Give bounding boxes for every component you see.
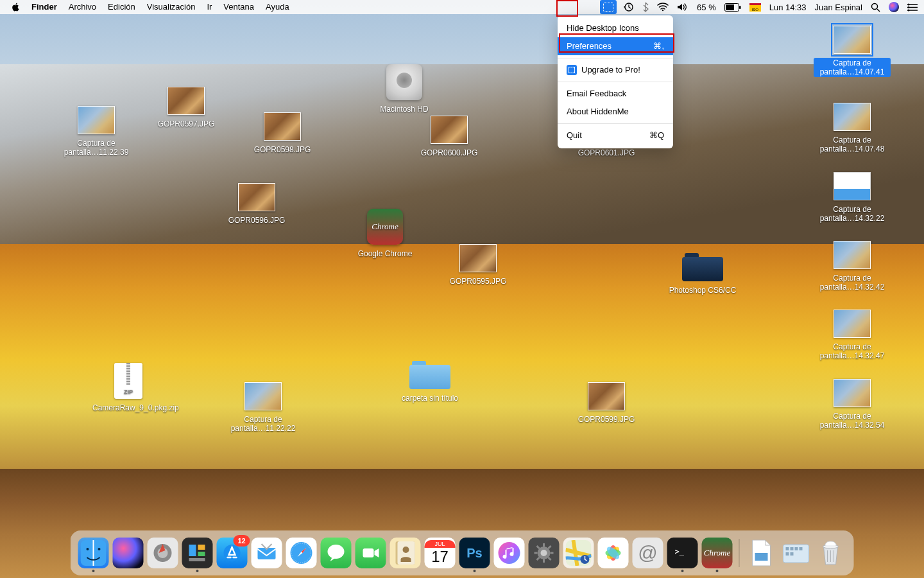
file-captura-140748[interactable]: Captura de pantalla…14.07.48 <box>814 103 891 154</box>
icon-label: Captura de pantalla…14.32.54 <box>814 411 891 430</box>
pro-icon <box>567 65 577 75</box>
dock-photos[interactable] <box>598 538 629 568</box>
dock-launchpad[interactable] <box>148 538 178 568</box>
screenshot-thumb-icon <box>834 241 871 269</box>
svg-point-15 <box>98 548 101 550</box>
dock-contacts[interactable] <box>390 538 421 568</box>
icon-label: GOPR0595.JPG <box>447 276 509 286</box>
dock-mail[interactable] <box>252 538 282 568</box>
svg-text:>_: >_ <box>675 547 685 556</box>
svg-point-26 <box>328 545 345 559</box>
file-gopr0595[interactable]: GOPR0595.JPG <box>440 244 517 286</box>
app-google-chrome[interactable]: ChromeGoogle Chrome <box>346 209 424 259</box>
dock-at-app[interactable]: @ <box>633 538 663 568</box>
dock-system-preferences[interactable] <box>529 538 560 568</box>
icon-label: Captura de pantalla…14.32.22 <box>814 204 891 223</box>
file-captura-112239[interactable]: Captura de pantalla…11.22.39 <box>58 106 135 157</box>
dock-messages[interactable] <box>321 538 352 568</box>
menu-separator <box>558 58 673 58</box>
timemachine-icon[interactable] <box>622 0 635 14</box>
file-captura-143254[interactable]: Captura de pantalla…14.32.54 <box>814 379 891 430</box>
menu-email-feedback[interactable]: Email Feedback <box>558 85 673 103</box>
folder-photoshop[interactable]: Photoshop CS6/CC <box>664 250 741 295</box>
svg-rect-3 <box>726 4 734 10</box>
icon-label: Captura de pantalla…14.32.42 <box>814 273 891 292</box>
hiddenme-dropdown: Hide Desktop Icons Preferences ⌘, Upgrad… <box>558 15 673 148</box>
menu-ayuda[interactable]: Ayuda <box>260 0 295 14</box>
photo-thumb-icon <box>167 87 205 115</box>
menu-quit[interactable]: Quit ⌘Q <box>558 127 673 144</box>
desktop[interactable]: Finder Archivo Edición Visualización Ir … <box>0 0 924 578</box>
svg-point-5 <box>872 3 878 9</box>
dock-appstore[interactable]: 12 <box>217 538 248 568</box>
siri-orb-icon <box>889 2 899 12</box>
photo-thumb-icon <box>264 112 301 141</box>
folder-carpeta[interactable]: carpeta sin título <box>391 358 468 403</box>
icon-label: Captura de pantalla…14.32.47 <box>814 342 891 361</box>
apple-menu[interactable] <box>5 3 26 12</box>
menu-ventana[interactable]: Ventana <box>218 0 260 14</box>
dock-calendar[interactable]: JUL17 <box>425 538 456 568</box>
file-captura-143242[interactable]: Captura de pantalla…14.32.42 <box>814 241 891 292</box>
icon-label: GOPR0601.JPG <box>576 148 638 158</box>
siri-icon[interactable] <box>887 0 900 14</box>
menu-edicion[interactable]: Edición <box>102 0 141 14</box>
wifi-icon[interactable] <box>656 0 670 14</box>
menu-ir[interactable]: Ir <box>201 0 218 14</box>
dock-finder[interactable] <box>78 538 109 568</box>
user-name[interactable]: Juan Espinal <box>814 0 864 14</box>
file-gopr0598[interactable]: GOPR0598.JPG <box>244 112 321 155</box>
svg-rect-53 <box>795 547 798 550</box>
file-cameraraw-zip[interactable]: CameraRaw_9_0.pkg.zip <box>90 363 167 413</box>
drive-macintosh-hd[interactable]: Macintosh HD <box>366 64 443 114</box>
dock-siri[interactable] <box>113 538 144 568</box>
file-captura-143222[interactable]: Captura de pantalla…14.32.22 <box>814 172 891 223</box>
dock-maps[interactable] <box>563 538 594 568</box>
photo-thumb-icon <box>588 382 625 410</box>
clock[interactable]: Lun 14:33 <box>768 0 808 14</box>
menu-archivo[interactable]: Archivo <box>63 0 102 14</box>
hiddenme-menubar-icon[interactable] <box>600 0 617 14</box>
menu-item-label: Hide Desktop Icons <box>567 22 639 35</box>
file-gopr0596[interactable]: GOPR0596.JPG <box>218 183 295 225</box>
svg-line-38 <box>549 557 551 560</box>
svg-rect-54 <box>800 547 803 550</box>
menu-hide-desktop-icons[interactable]: Hide Desktop Icons <box>558 19 673 37</box>
menu-item-label: Upgrade to Pro! <box>581 64 640 76</box>
menu-item-label: Preferences <box>567 40 612 53</box>
dock-photoshop[interactable]: Ps <box>459 538 490 568</box>
file-gopr0597[interactable]: GOPR0597.JPG <box>148 87 225 129</box>
spotlight-icon[interactable] <box>869 0 882 14</box>
svg-rect-20 <box>198 552 205 556</box>
menu-upgrade-pro[interactable]: Upgrade to Pro! <box>558 61 673 79</box>
file-captura-143247[interactable]: Captura de pantalla…14.32.47 <box>814 310 891 361</box>
dock-terminal[interactable]: >_ <box>667 538 698 568</box>
volume-icon[interactable] <box>676 0 690 14</box>
notification-center-icon[interactable] <box>906 0 919 14</box>
file-captura-140741-selected[interactable]: Captura de pantalla…14.07.41 <box>814 26 891 77</box>
dock-facetime[interactable] <box>355 538 386 568</box>
photo-thumb-icon <box>238 183 275 211</box>
photo-thumb-icon <box>459 244 497 272</box>
dock-desktop-folder[interactable] <box>781 538 812 568</box>
hdd-icon <box>386 64 422 100</box>
menu-shortcut: ⌘Q <box>649 129 664 142</box>
dock-safari[interactable] <box>286 538 317 568</box>
menu-preferences[interactable]: Preferences ⌘, <box>558 37 673 55</box>
file-gopr0599[interactable]: GOPR0599.JPG <box>568 382 645 425</box>
app-name-menu[interactable]: Finder <box>26 0 63 14</box>
battery-icon[interactable] <box>723 0 742 14</box>
dock-mission-control[interactable] <box>182 538 213 568</box>
menu-about[interactable]: About HiddenMe <box>558 103 673 121</box>
dock-document[interactable] <box>746 538 777 568</box>
file-gopr0600[interactable]: GOPR0600.JPG <box>411 116 488 158</box>
keyboard-layout-flag[interactable] <box>748 0 762 14</box>
menu-visualizacion[interactable]: Visualización <box>141 0 201 14</box>
dock-trash[interactable] <box>816 538 846 568</box>
bluetooth-icon[interactable] <box>641 0 650 14</box>
dock-itunes[interactable] <box>494 538 525 568</box>
menu-item-label: About HiddenMe <box>567 105 629 118</box>
chrome-icon: Chrome <box>367 209 403 245</box>
file-captura-112222[interactable]: Captura de pantalla…11.22.22 <box>225 382 302 434</box>
dock-chrome[interactable]: Chrome <box>702 538 733 568</box>
